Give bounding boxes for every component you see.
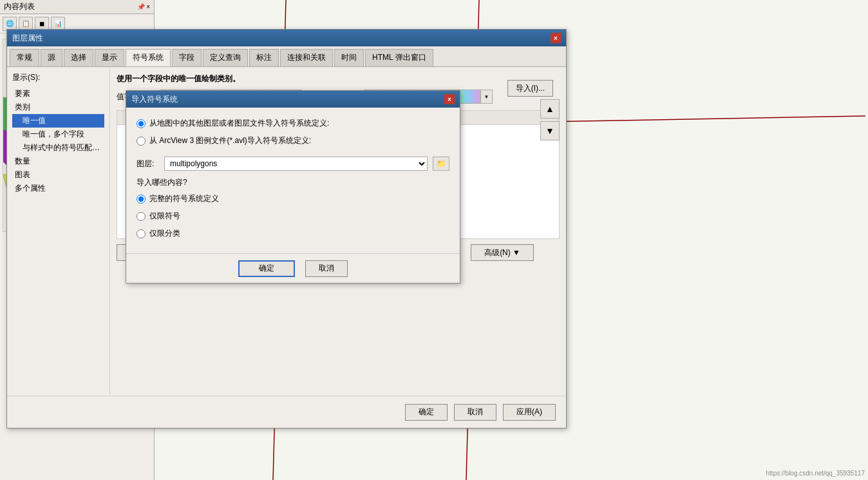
radio-from-avl: 从 ArcView 3 图例文件(*.avl)导入符号系统定义:	[137, 135, 449, 146]
import-dialog-close-btn[interactable]: ×	[444, 94, 455, 104]
import-cancel-btn[interactable]: 取消	[305, 260, 348, 277]
tree-item-category[interactable]: 类别	[12, 101, 104, 114]
layer-row-label: 图层:	[137, 158, 159, 169]
move-controls: ▲ ▼	[540, 99, 560, 140]
tree-item-multiple[interactable]: 多个属性	[12, 182, 104, 195]
radio-categories-only: 仅限分类	[137, 228, 449, 239]
layer-props-apply-btn[interactable]: 应用(A)	[503, 404, 556, 421]
tree-item-match-style[interactable]: 与样式中的符号匹配…	[12, 141, 104, 155]
url-watermark: https://blog.csdn.net/qq_35935117	[766, 470, 865, 477]
move-down-btn[interactable]: ▼	[540, 121, 560, 140]
tab-joins[interactable]: 连接和关联	[280, 49, 333, 66]
close-sidebar-icon[interactable]: ×	[146, 3, 150, 10]
radio-from-layer: 从地图中的其他图层或者图层文件导入符号系统定义:	[137, 118, 449, 129]
radio-categories-label: 仅限分类	[149, 228, 180, 239]
radio-complete-def: 完整的符号系统定义	[137, 193, 449, 204]
import-what-section: 导入哪些内容? 完整的符号系统定义 仅限符号 仅限分类	[137, 177, 449, 239]
layer-props-title-bar: 图层属性 ×	[7, 30, 566, 46]
radio-from-layer-label: 从地图中的其他图层或者图层文件导入符号系统定义:	[149, 118, 329, 129]
panel-description: 使用一个字段中的唯一值绘制类别。	[117, 73, 560, 84]
import-btn[interactable]: 导入(I)...	[507, 80, 553, 97]
layer-combo-select[interactable]: multipolygons	[164, 157, 428, 171]
left-panel: 显示(S): 要素 类别 唯一值 唯一值，多个字段 与样式中的符号匹配… 数量 …	[7, 67, 110, 394]
radio-complete-label: 完整的符号系统定义	[149, 193, 219, 204]
tab-selection[interactable]: 选择	[64, 49, 93, 66]
sidebar-controls: 📌 ×	[137, 3, 150, 10]
tab-fields[interactable]: 字段	[172, 49, 202, 66]
radio-symbols-label: 仅限符号	[149, 211, 180, 222]
sidebar-title: 内容列表	[4, 1, 35, 12]
tab-symbology[interactable]: 符号系统	[126, 49, 171, 66]
import-ok-btn[interactable]: 确定	[238, 260, 295, 277]
folder-browse-btn[interactable]: 📁	[433, 157, 449, 171]
advanced-btn[interactable]: 高级(N) ▼	[471, 244, 534, 261]
layer-props-title: 图层属性	[12, 33, 43, 44]
radio-from-avl-input[interactable]	[137, 137, 146, 146]
import-dialog-bottom: 确定 取消	[126, 253, 460, 283]
radio-complete-input[interactable]	[137, 195, 146, 204]
radio-symbols-only: 仅限符号	[137, 211, 449, 222]
tab-time[interactable]: 时间	[334, 49, 364, 66]
import-dialog-body: 从地图中的其他图层或者图层文件导入符号系统定义: 从 ArcView 3 图例文…	[126, 108, 460, 256]
sidebar-title-bar: 内容列表 📌 ×	[0, 0, 154, 14]
tab-labels[interactable]: 标注	[249, 49, 279, 66]
tree-item-chart[interactable]: 图表	[12, 168, 104, 182]
tab-html-popup[interactable]: HTML 弹出窗口	[365, 49, 433, 66]
tabs-bar: 常规 源 选择 显示 符号系统 字段 定义查询 标注 连接和关联 时间 HTML…	[7, 46, 566, 67]
radio-symbols-input[interactable]	[137, 212, 146, 221]
panel-header-area: 使用一个字段中的唯一值绘制类别。 导入(I)...	[117, 73, 560, 84]
move-up-btn[interactable]: ▲	[540, 99, 560, 119]
tree-item-unique-multi[interactable]: 唯一值，多个字段	[12, 128, 104, 141]
display-label: 显示(S):	[12, 72, 104, 83]
tree-item-unique-value[interactable]: 唯一值	[12, 114, 104, 128]
tab-definition-query[interactable]: 定义查询	[203, 49, 248, 66]
layer-props-ok-btn[interactable]: 确定	[405, 404, 448, 421]
tree-item-feature[interactable]: 要素	[12, 87, 104, 101]
import-dialog-title-text: 导入符号系统	[131, 94, 178, 105]
source-radio-group: 从地图中的其他图层或者图层文件导入符号系统定义: 从 ArcView 3 图例文…	[137, 118, 449, 146]
import-dialog-title-bar: 导入符号系统 ×	[126, 91, 460, 108]
layer-props-close-btn[interactable]: ×	[551, 33, 561, 43]
radio-from-avl-label: 从 ArcView 3 图例文件(*.avl)导入符号系统定义:	[149, 135, 311, 146]
color-band-dropdown[interactable]: ▼	[480, 90, 492, 103]
radio-categories-input[interactable]	[137, 229, 146, 238]
radio-from-layer-input[interactable]	[137, 119, 146, 128]
layer-select-row: 图层: multipolygons 📁	[137, 157, 449, 171]
tab-source[interactable]: 源	[41, 49, 62, 66]
tab-general[interactable]: 常规	[10, 49, 39, 66]
tree-item-quantity[interactable]: 数量	[12, 155, 104, 168]
pin-icon[interactable]: 📌	[137, 3, 145, 10]
layer-props-cancel-btn[interactable]: 取消	[454, 404, 496, 421]
tab-display[interactable]: 显示	[95, 49, 124, 66]
import-symbol-dialog: 导入符号系统 × 从地图中的其他图层或者图层文件导入符号系统定义: 从 ArcV…	[126, 90, 460, 283]
dialog-bottom-buttons: 确定 取消 应用(A)	[7, 396, 566, 428]
import-what-label: 导入哪些内容?	[137, 177, 449, 188]
